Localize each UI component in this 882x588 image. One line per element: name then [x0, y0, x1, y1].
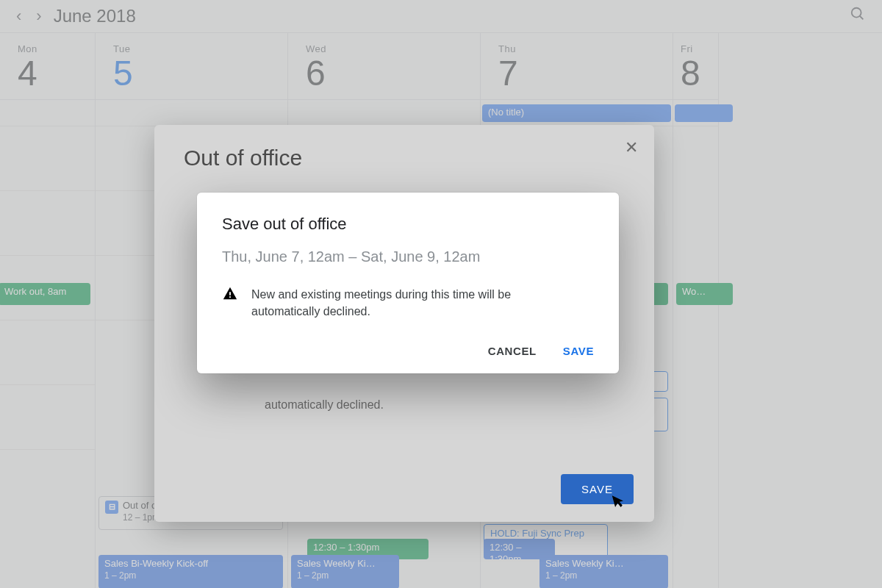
confirm-warning-text: New and existing meetings during this ti… — [251, 286, 560, 320]
svg-line-1 — [860, 16, 864, 20]
chevron-prev-icon[interactable]: ‹ — [13, 7, 24, 26]
day-label: Thu — [498, 43, 655, 54]
close-icon[interactable]: ✕ — [625, 138, 638, 157]
month-title: June 2018 — [54, 6, 136, 26]
day-number: 6 — [306, 54, 462, 93]
event-title: HOLD: Fuji Sync Prep — [490, 528, 584, 539]
day-number: 8 — [681, 54, 700, 93]
save-out-of-office-dialog: Save out of office Thu, June 7, 12am – S… — [197, 193, 619, 373]
event-workout[interactable]: Work out, 8am — [0, 283, 90, 305]
allday-event[interactable]: (No title) — [482, 104, 671, 122]
briefcase-icon: ⊟ — [105, 501, 118, 514]
event-sales-weekly[interactable]: Sales Weekly Ki… 1 – 2pm — [291, 555, 399, 588]
day-label: Fri — [681, 43, 700, 54]
svg-rect-2 — [229, 292, 231, 295]
event-time: 1 – 2pm — [297, 570, 329, 581]
event-sales-weekly[interactable]: Sales Weekly Ki… 1 – 2pm — [539, 555, 668, 588]
day-label: Mon — [18, 43, 77, 54]
day-number: 5 — [113, 54, 270, 93]
event-title: Sales Weekly Ki… — [297, 558, 376, 569]
dialog-title: Out of office — [184, 146, 302, 170]
allday-event[interactable] — [675, 104, 733, 122]
event-sales-biweekly[interactable]: Sales Bi-Weekly Kick-off 1 – 2pm — [98, 555, 283, 588]
day-label: Tue — [113, 43, 270, 54]
day-column-fri[interactable]: Fri 8 Wo… — [673, 33, 719, 588]
day-column-mon[interactable]: Mon 4 Work out, 8am — [0, 33, 96, 588]
event-time: 1 – 2pm — [104, 570, 136, 581]
warning-icon — [222, 286, 238, 302]
confirm-title: Save out of office — [222, 215, 594, 234]
save-button[interactable]: SAVE — [563, 345, 594, 357]
chevron-next-icon[interactable]: › — [33, 7, 44, 26]
day-number: 7 — [498, 54, 655, 93]
event-slot[interactable]: 12:30 – 1:30pm — [484, 539, 555, 559]
day-number: 4 — [18, 54, 77, 93]
day-label: Wed — [306, 43, 462, 54]
event-title: Sales Weekly Ki… — [545, 558, 624, 569]
dialog-body-line: automatically declined. — [235, 369, 413, 441]
confirm-date-range: Thu, June 7, 12am – Sat, June 9, 12am — [222, 248, 594, 265]
svg-rect-3 — [229, 296, 231, 298]
svg-point-0 — [852, 8, 861, 18]
header-bar: ‹ › June 2018 — [0, 0, 882, 32]
event-title: Sales Bi-Weekly Kick-off — [104, 558, 208, 569]
event-workout[interactable]: Wo… — [676, 283, 733, 305]
event-time: 1 – 2pm — [545, 570, 577, 581]
confirm-actions: CANCEL SAVE — [222, 345, 594, 357]
cancel-button[interactable]: CANCEL — [488, 345, 537, 357]
search-icon[interactable] — [847, 3, 869, 29]
